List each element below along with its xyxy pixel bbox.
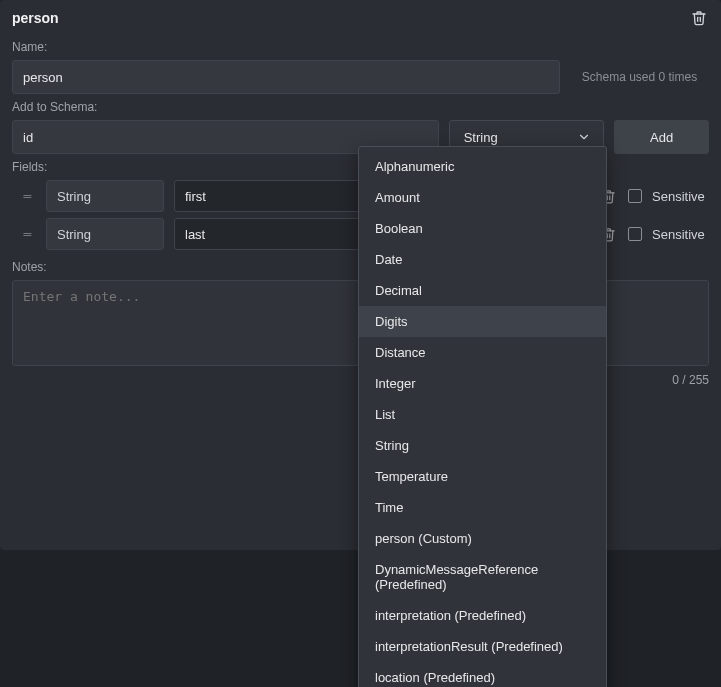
type-dropdown[interactable]: AlphanumericAmountBooleanDateDecimalDigi…	[358, 146, 607, 687]
add-button[interactable]: Add	[614, 120, 709, 154]
dropdown-item[interactable]: Distance	[359, 337, 606, 368]
field-type[interactable]: String	[46, 180, 164, 212]
dropdown-item[interactable]: Temperature	[359, 461, 606, 492]
dropdown-item[interactable]: Date	[359, 244, 606, 275]
field-type[interactable]: String	[46, 218, 164, 250]
dropdown-item[interactable]: Alphanumeric	[359, 151, 606, 182]
sensitive-checkbox[interactable]	[628, 227, 642, 241]
dropdown-item[interactable]: interpretationResult (Predefined)	[359, 631, 606, 662]
drag-handle-icon[interactable]: ═	[20, 228, 36, 240]
sensitive-checkbox[interactable]	[628, 189, 642, 203]
dropdown-item[interactable]: String	[359, 430, 606, 461]
dropdown-item[interactable]: Decimal	[359, 275, 606, 306]
name-row: Schema used 0 times	[12, 60, 709, 94]
field-type-label: String	[57, 189, 91, 204]
panel-title: person	[12, 10, 59, 26]
drag-handle-icon[interactable]: ═	[20, 190, 36, 202]
dropdown-item[interactable]: location (Predefined)	[359, 662, 606, 687]
field-type-label: String	[57, 227, 91, 242]
dropdown-item[interactable]: DynamicMessageReference (Predefined)	[359, 554, 606, 600]
dropdown-item[interactable]: person (Custom)	[359, 523, 606, 554]
chevron-down-icon	[577, 130, 591, 144]
dropdown-item[interactable]: Boolean	[359, 213, 606, 244]
dropdown-item[interactable]: Time	[359, 492, 606, 523]
sensitive-label: Sensitive	[652, 189, 705, 204]
delete-schema-button[interactable]	[689, 8, 709, 28]
schema-editor-panel: person Name: Schema used 0 times Add to …	[0, 0, 721, 550]
add-to-schema-label: Add to Schema:	[12, 100, 709, 114]
panel-header: person	[12, 0, 709, 34]
name-label: Name:	[12, 40, 709, 54]
dropdown-item[interactable]: Amount	[359, 182, 606, 213]
dropdown-item[interactable]: interpretation (Predefined)	[359, 600, 606, 631]
trash-icon	[691, 10, 707, 26]
dropdown-item[interactable]: Digits	[359, 306, 606, 337]
dropdown-item[interactable]: List	[359, 399, 606, 430]
sensitive-label: Sensitive	[652, 227, 705, 242]
add-field-type-value: String	[464, 130, 498, 145]
dropdown-item[interactable]: Integer	[359, 368, 606, 399]
schema-name-input[interactable]	[12, 60, 560, 94]
schema-usage-text: Schema used 0 times	[570, 70, 709, 84]
